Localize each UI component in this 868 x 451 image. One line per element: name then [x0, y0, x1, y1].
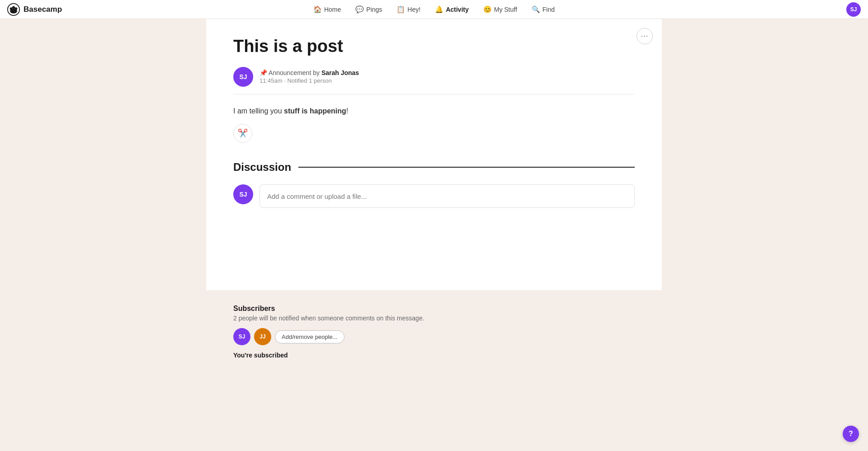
pings-icon: 💬: [355, 5, 364, 14]
nav-links: 🏠 Home 💬 Pings 📋 Hey! 🔔 Activity 😊 My St…: [307, 3, 561, 16]
top-navigation: Basecamp 🏠 Home 💬 Pings 📋 Hey! 🔔 Activit…: [0, 0, 868, 19]
nav-activity-label: Activity: [446, 6, 469, 13]
subscribers-title: Subscribers: [233, 305, 635, 313]
subscribers-section: Subscribers 2 people will be notified wh…: [206, 290, 662, 373]
nav-find-label: Find: [542, 6, 555, 13]
main-wrapper: ··· This is a post SJ 📌 Announcement by …: [0, 19, 868, 373]
reaction-icon: ✂️: [238, 128, 248, 138]
nav-activity[interactable]: 🔔 Activity: [429, 3, 475, 16]
help-button[interactable]: ?: [843, 426, 859, 442]
post-body: I am telling you stuff is happening!: [233, 105, 635, 117]
separator: ·: [284, 77, 286, 84]
reaction-button[interactable]: ✂️: [233, 124, 252, 143]
nav-hey-label: Hey!: [407, 6, 420, 13]
add-remove-people-button[interactable]: Add/remove people...: [275, 330, 344, 343]
nav-mystuff-label: My Stuff: [494, 6, 517, 13]
post-body-suffix: !: [346, 107, 348, 115]
svg-point-3: [14, 7, 17, 10]
nav-find[interactable]: 🔍 Find: [525, 3, 561, 16]
nav-mystuff[interactable]: 😊 My Stuff: [477, 3, 524, 16]
home-icon: 🏠: [313, 5, 322, 14]
author-row: SJ 📌 Announcement by Sarah Jonas 11:45am…: [233, 67, 635, 94]
author-avatar: SJ: [233, 67, 253, 87]
subscribers-row: SJ JJ Add/remove people...: [233, 328, 635, 345]
activity-icon: 🔔: [435, 5, 443, 14]
comment-user-avatar: SJ: [233, 184, 253, 204]
comment-row: SJ: [233, 184, 635, 208]
subscribers-description: 2 people will be notified when someone c…: [233, 315, 635, 322]
basecamp-logo-icon: [7, 3, 20, 16]
nav-home-label: Home: [324, 6, 341, 13]
post-body-prefix: I am telling you: [233, 107, 284, 115]
post-time: 11:45am: [259, 77, 283, 84]
more-options-button[interactable]: ···: [637, 28, 653, 44]
author-meta: 📌 Announcement by Sarah Jonas 11:45am · …: [259, 69, 359, 84]
discussion-header: Discussion: [233, 161, 635, 174]
notified-text: Notified 1 person: [287, 77, 331, 84]
content-card: ··· This is a post SJ 📌 Announcement by …: [206, 19, 662, 290]
svg-point-4: [12, 6, 15, 9]
brand-name: Basecamp: [24, 5, 62, 14]
more-dots-icon: ···: [641, 32, 648, 40]
author-time-line: 11:45am · Notified 1 person: [259, 77, 359, 84]
user-area: SJ: [846, 2, 861, 17]
discussion-title: Discussion: [233, 161, 291, 174]
nav-pings-label: Pings: [366, 6, 382, 13]
nav-home[interactable]: 🏠 Home: [307, 3, 347, 16]
subscriber-avatar-jj: JJ: [254, 328, 271, 345]
brand-logo[interactable]: Basecamp: [7, 3, 62, 16]
nav-pings[interactable]: 💬 Pings: [349, 3, 388, 16]
announcement-line: 📌 Announcement by Sarah Jonas: [259, 69, 359, 76]
help-icon: ?: [849, 430, 853, 438]
hey-icon: 📋: [396, 5, 405, 14]
discussion-divider: [298, 167, 635, 168]
mystuff-icon: 😊: [483, 5, 492, 14]
subscriber-avatar-sj: SJ: [233, 328, 250, 345]
svg-point-2: [10, 7, 13, 10]
announcement-label: 📌 Announcement by: [259, 69, 320, 76]
post-body-bold: stuff is happening: [284, 107, 346, 115]
subscribed-label: You're subscribed: [233, 352, 635, 359]
nav-hey[interactable]: 📋 Hey!: [390, 3, 427, 16]
author-name: Sarah Jonas: [321, 69, 359, 76]
find-icon: 🔍: [532, 5, 540, 14]
post-title: This is a post: [233, 37, 635, 56]
comment-input[interactable]: [259, 184, 635, 208]
user-avatar[interactable]: SJ: [846, 2, 861, 17]
